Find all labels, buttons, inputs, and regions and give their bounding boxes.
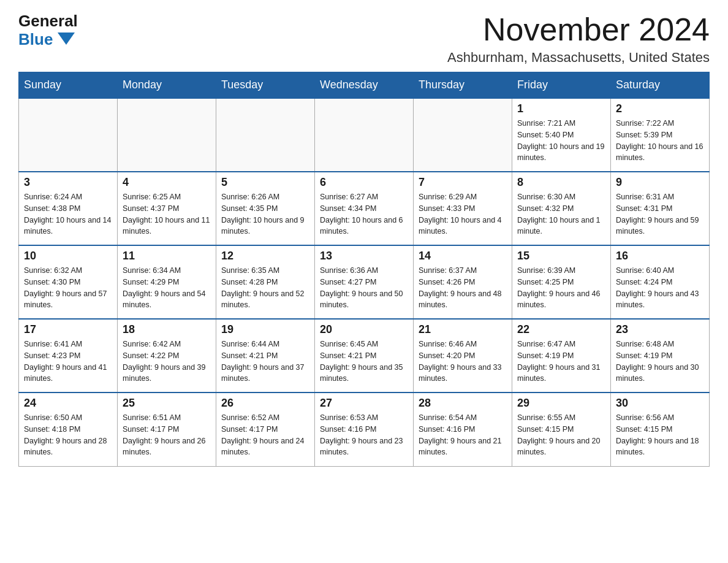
day-number: 10 <box>24 250 112 262</box>
day-number: 19 <box>221 323 309 336</box>
day-info: Sunrise: 6:25 AM Sunset: 4:37 PM Dayligh… <box>123 191 211 237</box>
day-number: 5 <box>221 176 309 189</box>
month-title: November 2024 <box>447 12 710 47</box>
calendar-header-row: SundayMondayTuesdayWednesdayThursdayFrid… <box>19 72 710 99</box>
calendar-cell: 29Sunrise: 6:55 AM Sunset: 4:15 PM Dayli… <box>512 393 611 466</box>
calendar-cell <box>216 98 315 172</box>
logo-general-text: General <box>18 12 78 30</box>
calendar-header-wednesday: Wednesday <box>315 72 414 99</box>
day-info: Sunrise: 6:42 AM Sunset: 4:22 PM Dayligh… <box>123 339 211 385</box>
day-info: Sunrise: 6:54 AM Sunset: 4:16 PM Dayligh… <box>419 412 507 458</box>
calendar-cell: 6Sunrise: 6:27 AM Sunset: 4:34 PM Daylig… <box>315 172 414 245</box>
day-number: 27 <box>320 397 408 410</box>
day-info: Sunrise: 6:48 AM Sunset: 4:19 PM Dayligh… <box>616 339 704 385</box>
calendar-week-row: 3Sunrise: 6:24 AM Sunset: 4:38 PM Daylig… <box>19 172 710 245</box>
day-number: 13 <box>320 250 408 262</box>
calendar-cell: 13Sunrise: 6:36 AM Sunset: 4:27 PM Dayli… <box>315 245 414 319</box>
day-number: 25 <box>123 397 211 410</box>
day-info: Sunrise: 6:46 AM Sunset: 4:20 PM Dayligh… <box>419 339 507 385</box>
day-info: Sunrise: 6:39 AM Sunset: 4:25 PM Dayligh… <box>517 265 605 311</box>
day-number: 20 <box>320 323 408 336</box>
day-info: Sunrise: 7:22 AM Sunset: 5:39 PM Dayligh… <box>616 118 704 164</box>
page-header: General Blue November 2024 Ashburnham, M… <box>18 12 710 66</box>
calendar-cell: 14Sunrise: 6:37 AM Sunset: 4:26 PM Dayli… <box>414 245 512 319</box>
calendar-cell: 25Sunrise: 6:51 AM Sunset: 4:17 PM Dayli… <box>118 393 216 466</box>
day-number: 24 <box>24 397 112 410</box>
day-info: Sunrise: 6:52 AM Sunset: 4:17 PM Dayligh… <box>221 412 309 458</box>
calendar-header-tuesday: Tuesday <box>216 72 315 99</box>
day-number: 30 <box>616 397 704 410</box>
day-info: Sunrise: 6:27 AM Sunset: 4:34 PM Dayligh… <box>320 191 408 237</box>
day-info: Sunrise: 6:26 AM Sunset: 4:35 PM Dayligh… <box>221 191 309 237</box>
day-number: 9 <box>616 176 704 189</box>
calendar-cell: 15Sunrise: 6:39 AM Sunset: 4:25 PM Dayli… <box>512 245 611 319</box>
calendar-cell: 5Sunrise: 6:26 AM Sunset: 4:35 PM Daylig… <box>216 172 315 245</box>
calendar-cell <box>414 98 512 172</box>
day-number: 16 <box>616 250 704 262</box>
day-number: 4 <box>123 176 211 189</box>
day-number: 23 <box>616 323 704 336</box>
calendar-cell: 22Sunrise: 6:47 AM Sunset: 4:19 PM Dayli… <box>512 319 611 393</box>
day-number: 11 <box>123 250 211 262</box>
calendar-cell: 23Sunrise: 6:48 AM Sunset: 4:19 PM Dayli… <box>611 319 710 393</box>
day-number: 7 <box>419 176 507 189</box>
calendar-table: SundayMondayTuesdayWednesdayThursdayFrid… <box>18 72 710 467</box>
day-info: Sunrise: 6:24 AM Sunset: 4:38 PM Dayligh… <box>24 191 112 237</box>
day-info: Sunrise: 6:44 AM Sunset: 4:21 PM Dayligh… <box>221 339 309 385</box>
calendar-cell: 28Sunrise: 6:54 AM Sunset: 4:16 PM Dayli… <box>414 393 512 466</box>
day-info: Sunrise: 6:34 AM Sunset: 4:29 PM Dayligh… <box>123 265 211 311</box>
calendar-cell: 4Sunrise: 6:25 AM Sunset: 4:37 PM Daylig… <box>118 172 216 245</box>
day-number: 2 <box>616 102 704 115</box>
calendar-header-friday: Friday <box>512 72 611 99</box>
day-info: Sunrise: 6:50 AM Sunset: 4:18 PM Dayligh… <box>24 412 112 458</box>
calendar-cell: 18Sunrise: 6:42 AM Sunset: 4:22 PM Dayli… <box>118 319 216 393</box>
day-info: Sunrise: 6:40 AM Sunset: 4:24 PM Dayligh… <box>616 265 704 311</box>
day-info: Sunrise: 6:56 AM Sunset: 4:15 PM Dayligh… <box>616 412 704 458</box>
location-title: Ashburnham, Massachusetts, United States <box>447 50 710 66</box>
calendar-cell: 12Sunrise: 6:35 AM Sunset: 4:28 PM Dayli… <box>216 245 315 319</box>
calendar-cell: 2Sunrise: 7:22 AM Sunset: 5:39 PM Daylig… <box>611 98 710 172</box>
calendar-week-row: 10Sunrise: 6:32 AM Sunset: 4:30 PM Dayli… <box>19 245 710 319</box>
calendar-cell: 10Sunrise: 6:32 AM Sunset: 4:30 PM Dayli… <box>19 245 118 319</box>
calendar-header-sunday: Sunday <box>19 72 118 99</box>
calendar-cell <box>19 98 118 172</box>
calendar-cell <box>118 98 216 172</box>
day-info: Sunrise: 6:45 AM Sunset: 4:21 PM Dayligh… <box>320 339 408 385</box>
day-info: Sunrise: 6:53 AM Sunset: 4:16 PM Dayligh… <box>320 412 408 458</box>
calendar-week-row: 1Sunrise: 7:21 AM Sunset: 5:40 PM Daylig… <box>19 98 710 172</box>
day-number: 21 <box>419 323 507 336</box>
day-info: Sunrise: 6:35 AM Sunset: 4:28 PM Dayligh… <box>221 265 309 311</box>
logo-blue-text: Blue <box>18 30 75 49</box>
day-number: 15 <box>517 250 605 262</box>
day-info: Sunrise: 6:29 AM Sunset: 4:33 PM Dayligh… <box>419 191 507 237</box>
calendar-cell: 21Sunrise: 6:46 AM Sunset: 4:20 PM Dayli… <box>414 319 512 393</box>
calendar-cell: 20Sunrise: 6:45 AM Sunset: 4:21 PM Dayli… <box>315 319 414 393</box>
day-info: Sunrise: 6:31 AM Sunset: 4:31 PM Dayligh… <box>616 191 704 237</box>
calendar-cell: 16Sunrise: 6:40 AM Sunset: 4:24 PM Dayli… <box>611 245 710 319</box>
day-number: 22 <box>517 323 605 336</box>
calendar-cell: 8Sunrise: 6:30 AM Sunset: 4:32 PM Daylig… <box>512 172 611 245</box>
day-number: 26 <box>221 397 309 410</box>
calendar-header-saturday: Saturday <box>611 72 710 99</box>
calendar-cell: 11Sunrise: 6:34 AM Sunset: 4:29 PM Dayli… <box>118 245 216 319</box>
calendar-cell: 9Sunrise: 6:31 AM Sunset: 4:31 PM Daylig… <box>611 172 710 245</box>
title-block: November 2024 Ashburnham, Massachusetts,… <box>447 12 710 66</box>
day-info: Sunrise: 7:21 AM Sunset: 5:40 PM Dayligh… <box>517 118 605 164</box>
day-number: 6 <box>320 176 408 189</box>
day-number: 29 <box>517 397 605 410</box>
calendar-header-thursday: Thursday <box>414 72 512 99</box>
day-info: Sunrise: 6:37 AM Sunset: 4:26 PM Dayligh… <box>419 265 507 311</box>
day-number: 8 <box>517 176 605 189</box>
day-info: Sunrise: 6:36 AM Sunset: 4:27 PM Dayligh… <box>320 265 408 311</box>
day-info: Sunrise: 6:30 AM Sunset: 4:32 PM Dayligh… <box>517 191 605 237</box>
calendar-week-row: 17Sunrise: 6:41 AM Sunset: 4:23 PM Dayli… <box>19 319 710 393</box>
day-info: Sunrise: 6:41 AM Sunset: 4:23 PM Dayligh… <box>24 339 112 385</box>
calendar-cell: 3Sunrise: 6:24 AM Sunset: 4:38 PM Daylig… <box>19 172 118 245</box>
calendar-cell: 30Sunrise: 6:56 AM Sunset: 4:15 PM Dayli… <box>611 393 710 466</box>
calendar-cell: 7Sunrise: 6:29 AM Sunset: 4:33 PM Daylig… <box>414 172 512 245</box>
calendar-cell: 17Sunrise: 6:41 AM Sunset: 4:23 PM Dayli… <box>19 319 118 393</box>
day-number: 18 <box>123 323 211 336</box>
day-number: 1 <box>517 102 605 115</box>
day-number: 14 <box>419 250 507 262</box>
logo-triangle-icon <box>58 33 75 45</box>
